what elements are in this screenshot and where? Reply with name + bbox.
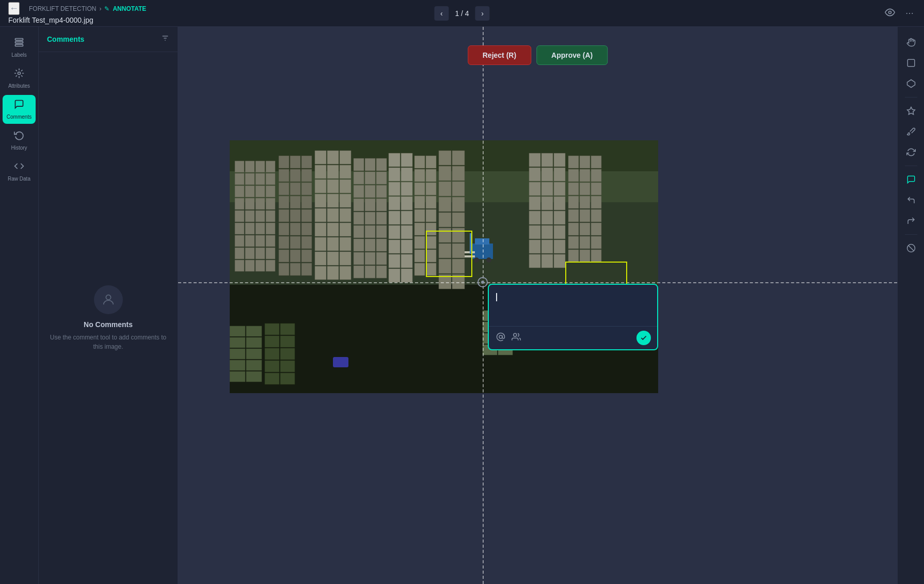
svg-rect-143 bbox=[389, 254, 400, 268]
select-tool-button[interactable] bbox=[902, 54, 920, 72]
svg-rect-202 bbox=[529, 211, 540, 224]
refresh-tool-button[interactable] bbox=[902, 143, 920, 161]
comment-submit-button[interactable] bbox=[636, 331, 651, 345]
svg-rect-169 bbox=[439, 182, 451, 196]
svg-rect-43 bbox=[266, 248, 275, 259]
sidebar-item-labels[interactable]: Labels bbox=[3, 33, 36, 62]
sidebar-item-history[interactable]: History bbox=[3, 126, 36, 155]
more-icon: ⋯ bbox=[905, 9, 914, 18]
svg-rect-14 bbox=[256, 161, 265, 172]
next-page-button[interactable]: › bbox=[475, 6, 490, 21]
svg-rect-90 bbox=[315, 223, 326, 236]
svg-rect-173 bbox=[439, 213, 451, 227]
breadcrumb: FORKLIFT DETECTION › ✎ ANNOTATE bbox=[29, 5, 146, 12]
svg-rect-70 bbox=[290, 250, 300, 262]
svg-rect-13 bbox=[245, 161, 254, 172]
canvas-area[interactable]: Reject (R) Approve (A) bbox=[178, 27, 897, 584]
svg-rect-25 bbox=[245, 198, 254, 209]
back-button[interactable]: ← bbox=[8, 2, 20, 15]
svg-rect-69 bbox=[279, 250, 289, 262]
svg-rect-117 bbox=[354, 225, 364, 238]
svg-rect-33 bbox=[245, 223, 254, 234]
svg-rect-148 bbox=[426, 156, 436, 168]
sidebar-item-attributes[interactable]: Attributes bbox=[3, 64, 36, 93]
svg-marker-303 bbox=[907, 107, 915, 115]
svg-rect-217 bbox=[568, 169, 579, 182]
svg-rect-126 bbox=[354, 266, 364, 278]
svg-rect-147 bbox=[415, 156, 425, 168]
svg-rect-46 bbox=[256, 260, 265, 271]
more-options-button[interactable]: ⋯ bbox=[903, 6, 916, 20]
svg-rect-189 bbox=[470, 233, 472, 254]
svg-rect-67 bbox=[290, 236, 300, 249]
magic-tool-button[interactable] bbox=[902, 102, 920, 120]
svg-rect-94 bbox=[327, 237, 339, 251]
svg-rect-228 bbox=[591, 209, 601, 222]
comments-panel-title: Comments bbox=[47, 35, 84, 43]
sidebar-item-comments[interactable]: Comments bbox=[3, 95, 36, 124]
approve-button[interactable]: Approve (A) bbox=[536, 45, 608, 65]
svg-rect-197 bbox=[541, 182, 553, 196]
comment-tool-button[interactable] bbox=[902, 170, 920, 189]
header-center: ‹ 1 / 4 › bbox=[434, 6, 489, 21]
polygon-tool-button[interactable] bbox=[902, 74, 920, 93]
svg-rect-66 bbox=[279, 236, 289, 249]
svg-rect-76 bbox=[327, 151, 339, 164]
svg-rect-240 bbox=[230, 337, 245, 348]
redo-button[interactable] bbox=[902, 212, 920, 230]
svg-rect-224 bbox=[580, 196, 590, 208]
svg-rect-56 bbox=[301, 183, 312, 195]
sidebar-item-raw-data[interactable]: Raw Data bbox=[3, 157, 36, 186]
svg-rect-104 bbox=[376, 158, 387, 171]
svg-rect-184 bbox=[475, 238, 489, 245]
svg-rect-231 bbox=[591, 223, 601, 235]
svg-rect-100 bbox=[327, 266, 339, 280]
svg-rect-132 bbox=[401, 168, 412, 181]
svg-rect-114 bbox=[354, 212, 364, 224]
hand-tool-button[interactable] bbox=[902, 33, 920, 52]
visibility-toggle-button[interactable] bbox=[883, 5, 897, 22]
svg-rect-101 bbox=[340, 266, 351, 280]
svg-line-305 bbox=[908, 246, 914, 251]
mention-button[interactable] bbox=[495, 331, 506, 345]
team-mention-button[interactable] bbox=[511, 331, 522, 345]
svg-rect-125 bbox=[376, 252, 387, 265]
svg-rect-176 bbox=[452, 228, 465, 242]
svg-rect-218 bbox=[580, 169, 590, 182]
svg-rect-225 bbox=[591, 196, 601, 208]
toolbar-divider-2 bbox=[905, 166, 917, 166]
comments-filter-button[interactable] bbox=[161, 34, 169, 44]
svg-rect-116 bbox=[376, 212, 387, 224]
redo-icon bbox=[906, 216, 916, 225]
svg-rect-22 bbox=[256, 186, 265, 197]
polygon-icon bbox=[906, 79, 916, 88]
comment-input-area[interactable] bbox=[489, 285, 657, 326]
svg-rect-27 bbox=[266, 198, 275, 209]
no-comments-avatar bbox=[94, 285, 123, 314]
brush-tool-button[interactable] bbox=[902, 122, 920, 141]
checkmark-icon bbox=[640, 334, 647, 342]
undo-button[interactable] bbox=[902, 191, 920, 209]
svg-rect-32 bbox=[235, 223, 244, 234]
svg-rect-107 bbox=[376, 172, 387, 184]
svg-rect-87 bbox=[315, 208, 326, 222]
rectangle-icon bbox=[906, 58, 916, 68]
svg-rect-137 bbox=[389, 211, 400, 224]
prev-page-button[interactable]: ‹ bbox=[434, 6, 449, 21]
delete-button[interactable] bbox=[902, 239, 920, 257]
svg-rect-127 bbox=[365, 266, 375, 278]
svg-rect-31 bbox=[266, 210, 275, 222]
labels-icon bbox=[14, 37, 24, 50]
svg-rect-178 bbox=[452, 244, 465, 258]
svg-rect-195 bbox=[554, 168, 565, 181]
svg-rect-156 bbox=[426, 209, 436, 222]
svg-rect-138 bbox=[401, 211, 412, 224]
svg-rect-108 bbox=[354, 185, 364, 198]
svg-rect-227 bbox=[580, 209, 590, 222]
no-comments-desc: Use the comment tool to add comments to … bbox=[49, 333, 167, 351]
svg-rect-118 bbox=[365, 225, 375, 238]
reject-button[interactable]: Reject (R) bbox=[468, 45, 531, 65]
svg-rect-237 bbox=[591, 250, 601, 262]
svg-rect-194 bbox=[541, 168, 553, 181]
svg-rect-16 bbox=[235, 173, 244, 185]
